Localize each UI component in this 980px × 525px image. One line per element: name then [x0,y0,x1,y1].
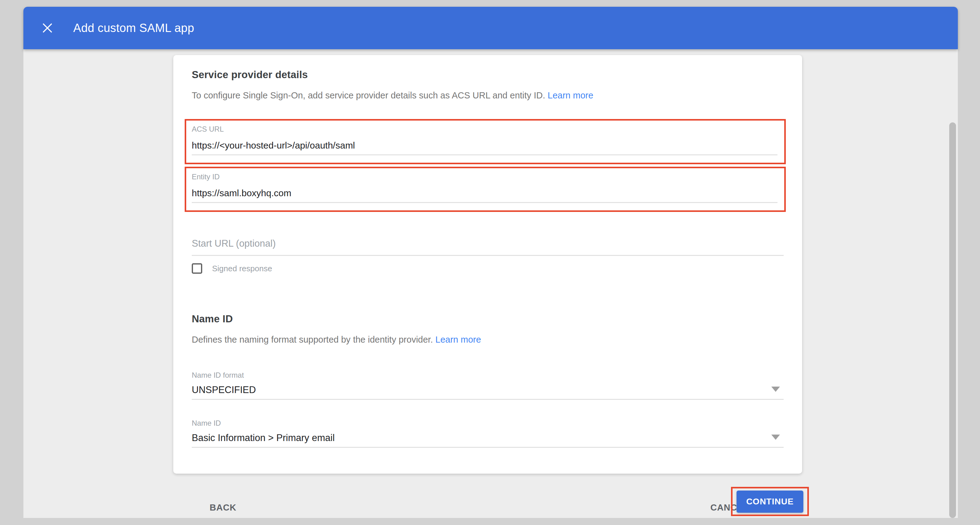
acs-url-input[interactable]: https://<your-hosted-url>/api/oauth/saml [192,141,778,155]
service-provider-description: To configure Single Sign-On, add service… [192,89,784,101]
dialog-title: Add custom SAML app [73,22,194,35]
name-id-mapping-group: Name ID Basic Information > Primary emai… [192,419,784,448]
chevron-down-icon[interactable] [771,387,780,392]
continue-button[interactable]: CONTINUE [737,490,803,513]
name-id-mapping-label: Name ID [192,419,784,428]
name-id-format-label: Name ID format [192,371,784,380]
service-provider-card: Service provider details To configure Si… [173,55,802,474]
signed-response-checkbox[interactable] [192,263,202,274]
continue-highlight-box: CONTINUE [731,487,809,516]
name-id-mapping-select[interactable]: Name ID Basic Information > Primary emai… [192,419,784,448]
section-title-name-id: Name ID [192,312,784,326]
name-id-format-select[interactable]: Name ID format UNSPECIFIED [192,371,784,400]
entity-id-field[interactable]: Entity ID https://saml.boxyhq.com [192,173,784,203]
entity-id-input[interactable]: https://saml.boxyhq.com [192,189,778,203]
close-icon [42,22,53,33]
learn-more-link-service-provider[interactable]: Learn more [547,90,593,100]
acs-url-highlight-box: ACS URL https://<your-hosted-url>/api/oa… [185,119,786,164]
entity-id-label: Entity ID [192,173,784,181]
name-id-format-value: UNSPECIFIED [192,384,784,400]
signed-response-label: Signed response [212,264,272,273]
acs-url-field[interactable]: ACS URL https://<your-hosted-url>/api/oa… [192,125,784,155]
signed-response-row: Signed response [192,263,784,274]
entity-id-highlight-box: Entity ID https://saml.boxyhq.com [185,167,786,212]
name-id-mapping-value: Basic Information > Primary email [192,432,784,448]
page-background: Add custom SAML app Service provider det… [0,0,980,525]
start-url-input[interactable]: Start URL (optional) [192,238,784,256]
section-title-service-provider: Service provider details [192,68,784,81]
close-button[interactable] [39,19,56,36]
chevron-down-icon[interactable] [771,435,780,440]
acs-url-label: ACS URL [192,125,784,133]
name-id-format-group: Name ID format UNSPECIFIED [192,371,784,400]
vertical-scrollbar-thumb[interactable] [949,122,956,518]
name-id-description: Defines the naming format supported by t… [192,334,784,346]
back-button[interactable]: BACK [210,500,236,515]
learn-more-link-name-id[interactable]: Learn more [436,335,481,344]
name-id-description-text: Defines the naming format supported by t… [192,335,433,344]
dialog-titlebar: Add custom SAML app [23,7,958,49]
add-saml-app-dialog: Add custom SAML app Service provider det… [23,7,958,518]
service-provider-description-text: To configure Single Sign-On, add service… [192,90,545,100]
